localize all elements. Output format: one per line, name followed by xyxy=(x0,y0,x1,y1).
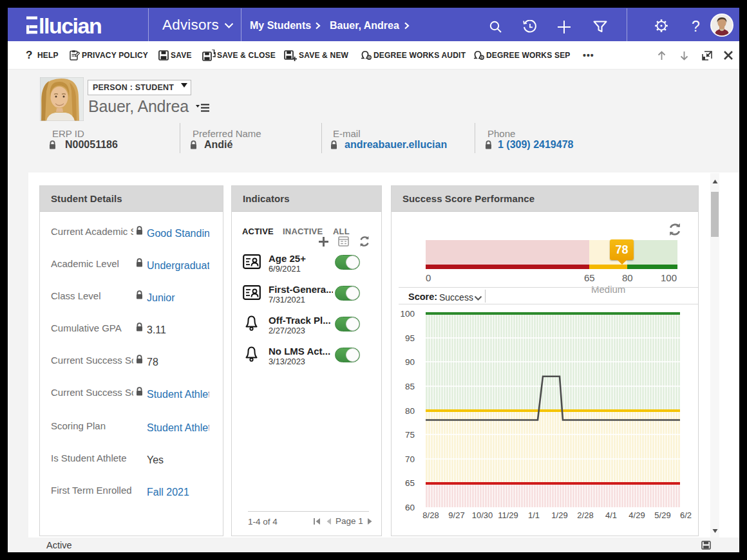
svg-text:llucian: llucian xyxy=(39,16,101,35)
